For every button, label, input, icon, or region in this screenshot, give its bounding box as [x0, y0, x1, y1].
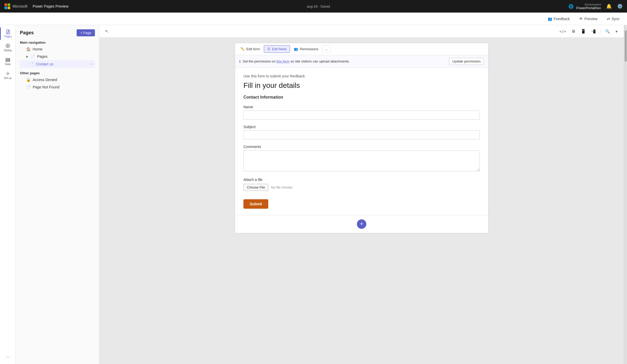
feedback-button[interactable]: 👥 Feedback — [546, 16, 572, 22]
zoom-icon: 🔍 — [605, 29, 610, 33]
data-icon — [5, 57, 10, 62]
desktop-view-button[interactable]: 🖥 — [570, 27, 577, 35]
permission-banner-message: ℹ Set the permission on this form so sit… — [239, 59, 350, 64]
add-section-icon: + — [360, 221, 363, 227]
canvas-toolbar: ↖ </> 🖥 📱 📲 🔍 — [99, 25, 624, 38]
other-pages-section: Other pages 🔒 Access Denied 📄 Page Not F… — [16, 69, 99, 92]
permission-text: Set the permission on this form so site … — [243, 59, 350, 63]
pages-panel-header: Pages + Page — [16, 25, 99, 38]
sidebar-item-data[interactable]: Data — [0, 55, 15, 68]
add-section-row: + — [235, 215, 488, 233]
permissions-button[interactable]: 👥 Permissions — [290, 45, 322, 53]
svg-point-8 — [7, 73, 9, 74]
top-bar-actions: 🌐 Environment PowerPortalDev 🔔 ⚙️ — [568, 3, 623, 10]
svg-rect-3 — [8, 7, 10, 9]
svg-rect-1 — [8, 3, 10, 6]
setup-sidebar-label: Set up — [4, 77, 12, 79]
styling-icon — [5, 43, 10, 48]
app-name: Power Pages Preview — [33, 4, 69, 8]
sidebar-item-pages[interactable]: Pages — [0, 27, 15, 40]
other-pages-title: Other pages — [20, 71, 95, 75]
comments-input[interactable] — [243, 150, 480, 171]
comments-field-group: Comments — [243, 145, 480, 172]
nav-item-access-denied[interactable]: 🔒 Access Denied — [20, 76, 95, 83]
canvas-frame: ✏️ Edit form ☰ Edit fields 👥 Permissions… — [235, 43, 488, 233]
sidebar-item-styling[interactable]: Styling — [0, 41, 15, 54]
canvas-area: ↖ </> 🖥 📱 📲 🔍 — [99, 25, 624, 364]
preview-button[interactable]: 👁 Preview — [577, 16, 600, 22]
page-icon-contact: 📄 — [29, 62, 34, 66]
chevron-down-icon: ▼ — [615, 30, 618, 33]
preview-icon: 👁 — [579, 17, 583, 21]
subject-input[interactable] — [243, 130, 480, 139]
zoom-dropdown-button[interactable]: ▼ — [613, 27, 620, 35]
right-scrollbar[interactable] — [624, 25, 627, 364]
this-form-link[interactable]: this form — [276, 59, 289, 63]
update-permission-label: Update permission — [452, 59, 481, 63]
nav-item-home[interactable]: 🏠 Home — [20, 46, 95, 53]
main-navigation-title: Main navigation — [20, 41, 95, 44]
add-section-button[interactable]: + — [357, 219, 366, 229]
nav-item-home-label: Home — [33, 47, 42, 51]
choose-file-label: Choose File — [247, 185, 265, 189]
nav-item-contact-label: Contact us — [36, 62, 53, 66]
svg-rect-0 — [4, 3, 7, 6]
zoom-button[interactable]: 🔍 — [604, 27, 611, 35]
bell-icon[interactable]: 🔔 — [606, 3, 612, 9]
edit-fields-icon: ☰ — [267, 47, 270, 51]
microsoft-label: Microsoft — [13, 4, 27, 8]
cursor-tool-button[interactable]: ↖ — [104, 27, 110, 35]
svg-rect-7 — [6, 61, 10, 62]
svg-rect-2 — [4, 7, 7, 9]
sidebar-more-dots[interactable]: ··· — [5, 354, 10, 360]
icon-sidebar: Pages Styling Data Set up ··· — [0, 25, 16, 364]
desktop-icon: 🖥 — [571, 29, 575, 33]
add-page-label: + Page — [80, 31, 91, 35]
nav-item-page-not-found-label: Page Not Found — [33, 85, 59, 89]
canvas-toolbar-left: ↖ — [104, 27, 110, 35]
code-view-button[interactable]: </> — [558, 27, 568, 35]
edit-fields-button[interactable]: ☰ Edit fields — [264, 45, 290, 53]
nav-item-page-not-found[interactable]: 📄 Page Not Found — [20, 83, 95, 91]
edit-form-button[interactable]: ✏️ Edit form — [237, 45, 263, 53]
nav-item-contact-us[interactable]: 📄 Contact us ··· — [20, 60, 95, 68]
home-icon: 🏠 — [26, 47, 31, 51]
name-input[interactable] — [243, 111, 480, 120]
tablet-view-button[interactable]: 📱 — [579, 27, 588, 35]
mobile-view-button[interactable]: 📲 — [590, 27, 597, 35]
submit-label: Submit — [250, 202, 262, 206]
chevron-right-icon: ▶ — [26, 55, 28, 58]
add-page-button[interactable]: + Page — [77, 29, 95, 36]
more-options-button[interactable]: ... — [322, 45, 331, 53]
file-input-row: Choose File No file chosen — [243, 184, 480, 191]
edit-form-icon: ✏️ — [241, 47, 245, 51]
form-subtitle: Use this form to submit your feedback — [243, 74, 480, 78]
update-permission-button[interactable]: Update permission — [449, 58, 484, 65]
app-logo: Microsoft — [4, 3, 27, 9]
form-toolbar: ✏️ Edit form ☰ Edit fields 👥 Permissions… — [235, 43, 488, 55]
setup-icon — [5, 71, 10, 76]
sidebar-item-setup[interactable]: Set up — [0, 69, 15, 82]
submit-button[interactable]: Submit — [243, 199, 268, 209]
feedback-icon: 👥 — [548, 17, 552, 21]
nav-item-pages[interactable]: ▶ 📄 Pages — [20, 53, 95, 60]
form-content: Use this form to submit your feedback Fi… — [235, 68, 488, 215]
settings-icon[interactable]: ⚙️ — [617, 3, 623, 9]
environment-name: PowerPortalDev — [576, 6, 601, 10]
globe-icon: 🌐 — [568, 4, 574, 9]
nav-item-more-icon[interactable]: ··· — [89, 62, 93, 66]
nav-item-access-denied-label: Access Denied — [33, 78, 57, 82]
permission-banner: ℹ Set the permission on this form so sit… — [235, 55, 488, 68]
choose-file-button[interactable]: Choose File — [243, 184, 268, 191]
saved-status: aug-18 - Saved — [307, 4, 330, 8]
scrollbar-thumb — [625, 30, 627, 62]
pages-panel-title: Pages — [20, 30, 34, 36]
tablet-icon: 📱 — [581, 29, 586, 33]
name-label: Name — [243, 105, 480, 109]
microsoft-logo — [4, 3, 10, 9]
preview-label: Preview — [584, 17, 597, 21]
pages-panel: Pages + Page Main navigation 🏠 Home ▶ 📄 … — [16, 25, 99, 364]
cursor-icon: ↖ — [105, 29, 109, 33]
toolbar-divider — [600, 29, 601, 34]
sync-button[interactable]: ⇄ Sync — [605, 16, 622, 22]
